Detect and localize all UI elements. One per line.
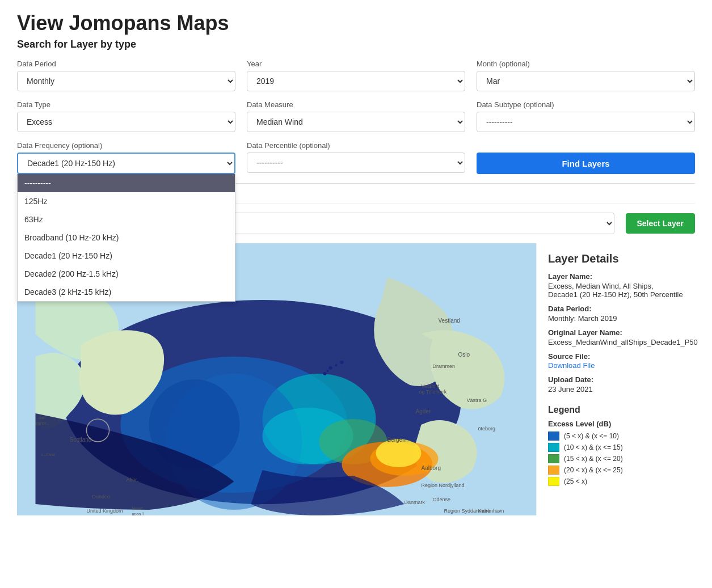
dropdown-item-decade3[interactable]: Decade3 (2 kHz-15 kHz): [18, 283, 235, 301]
data-type-group: Data Type Excess Mean Max: [17, 100, 235, 132]
dropdown-item-empty[interactable]: ----------: [18, 174, 235, 192]
svg-point-36: [335, 364, 338, 366]
legend-title: Legend: [548, 405, 684, 415]
legend-color-5: [548, 477, 559, 486]
legend-label-2: (10 < x) & (x <= 15): [564, 443, 623, 451]
download-file-link[interactable]: Download File: [548, 361, 595, 370]
frequency-dropdown[interactable]: ---------- 125Hz 63Hz Broadband (10 Hz-2…: [17, 174, 235, 302]
svg-point-35: [329, 366, 332, 370]
find-layers-button[interactable]: Find Layers: [477, 153, 695, 174]
year-select[interactable]: 2017 2018 2019 2020 2021: [247, 71, 465, 91]
data-period-detail-value: Monthly: March 2019: [548, 314, 684, 323]
page-title: View Jomopans Maps: [17, 11, 695, 35]
month-select[interactable]: Jan Feb Mar Apr May Jun Jul Aug Sep Oct …: [477, 71, 695, 91]
data-measure-select[interactable]: Median Wind Mean Wind Max Wind: [247, 112, 465, 132]
svg-text:...uan: ...uan: [36, 416, 46, 420]
legend-color-3: [548, 454, 559, 463]
data-measure-group: Data Measure Median Wind Mean Wind Max W…: [247, 100, 465, 132]
svg-text:Agder: Agder: [416, 408, 431, 414]
dropdown-item-decade2[interactable]: Decade2 (200 Hz-1.5 kHz): [18, 265, 235, 283]
legend-section: Legend Excess Level (dB) (5 < x) & (x <=…: [548, 405, 684, 486]
svg-text:Odense: Odense: [433, 497, 451, 502]
data-frequency-select[interactable]: ---------- 125Hz 63Hz Broadband (10 Hz-2…: [17, 153, 235, 174]
svg-text:Newc...: Newc...: [132, 506, 148, 511]
data-period-label: Data Period: [17, 60, 235, 68]
data-period-select[interactable]: Monthly Annual: [17, 71, 235, 91]
upload-date-value: 23 June 2021: [548, 385, 684, 394]
select-layer-button[interactable]: Select Layer: [626, 213, 696, 234]
original-name-value: Excess_MedianWind_allShips_Decade1_P50: [548, 338, 684, 346]
form-row-3: Data Frequency (optional) ---------- 125…: [17, 141, 695, 174]
data-subtype-label: Data Subtype (optional): [477, 100, 695, 109]
svg-text:Västra G: Västra G: [467, 397, 487, 403]
data-percentile-select[interactable]: ---------- p50 p90 p95: [247, 153, 465, 173]
legend-item-3: (15 < x) & (x <= 20): [548, 454, 684, 463]
svg-text:c...tland: c...tland: [41, 452, 56, 456]
svg-text:København: København: [478, 508, 504, 514]
data-subtype-group: Data Subtype (optional) ----------: [477, 100, 695, 132]
data-subtype-select[interactable]: ----------: [477, 112, 695, 132]
upload-date-label: Upload Date:: [548, 375, 684, 384]
svg-text:Bergen: Bergen: [387, 437, 406, 443]
data-percentile-group: Data Percentile (optional) ---------- p5…: [247, 141, 465, 174]
page-subtitle: Search for Layer by type: [17, 39, 695, 50]
layer-name-label: Layer Name:: [548, 272, 684, 281]
svg-text:United Kingdom: United Kingdom: [87, 508, 123, 514]
legend-label-1: (5 < x) & (x <= 10): [564, 432, 619, 440]
legend-color-1: [548, 432, 559, 441]
layer-details-title: Layer Details: [548, 252, 684, 265]
svg-text:öteborg: öteborg: [478, 426, 496, 432]
form-row-2: Data Type Excess Mean Max Data Measure M…: [17, 100, 695, 132]
find-button-group: Find Layers: [477, 141, 695, 174]
svg-text:Aalborg: Aalborg: [422, 465, 441, 471]
svg-text:Oslo: Oslo: [458, 352, 470, 358]
year-label: Year: [247, 60, 465, 68]
dropdown-item-broadband[interactable]: Broadband (10 Hz-20 kHz): [18, 229, 235, 247]
legend-label-3: (15 < x) & (x <= 20): [564, 455, 623, 463]
svg-text:am'Or...: am'Or...: [36, 421, 49, 425]
legend-item-1: (5 < x) & (x <= 10): [548, 432, 684, 441]
legend-label-4: (20 < x) & (x <= 25): [564, 466, 623, 474]
svg-text:Region Nordjylland: Region Nordjylland: [422, 483, 465, 488]
dropdown-item-125hz[interactable]: 125Hz: [18, 192, 235, 210]
source-file-label: Source File:: [548, 352, 684, 361]
year-group: Year 2017 2018 2019 2020 2021: [247, 60, 465, 91]
svg-text:Dundee: Dundee: [92, 494, 111, 500]
data-period-group: Data Period Monthly Annual: [17, 60, 235, 91]
svg-text:Vestfold: Vestfold: [422, 383, 440, 389]
svg-text:Danmark: Danmark: [405, 500, 425, 505]
layer-name-value: Excess, Median Wind, All Ships, Decade1 …: [548, 282, 684, 299]
svg-text:Vestland: Vestland: [439, 318, 460, 324]
data-type-label: Data Type: [17, 100, 235, 109]
legend-color-2: [548, 443, 559, 452]
search-form: Data Period Monthly Annual Year 2017 201…: [17, 60, 695, 174]
data-measure-label: Data Measure: [247, 100, 465, 109]
svg-text:Drammen: Drammen: [433, 363, 456, 369]
form-row-1: Data Period Monthly Annual Year 2017 201…: [17, 60, 695, 91]
month-group: Month (optional) Jan Feb Mar Apr May Jun…: [477, 60, 695, 91]
legend-color-4: [548, 466, 559, 475]
sidebar: Layer Details Layer Name: Excess, Median…: [536, 243, 695, 515]
data-period-detail-label: Data Period:: [548, 304, 684, 313]
svg-text:Scotland: Scotland: [70, 437, 92, 443]
svg-text:Aber...: Aber...: [127, 477, 141, 483]
dropdown-item-63hz[interactable]: 63Hz: [18, 210, 235, 229]
legend-axis-label: Excess Level (dB): [548, 420, 684, 428]
svg-text:og Telemark: og Telemark: [419, 389, 447, 395]
svg-point-37: [340, 361, 344, 364]
page-wrapper: View Jomopans Maps Search for Layer by t…: [0, 0, 712, 527]
data-type-select[interactable]: Excess Mean Max: [17, 112, 235, 132]
legend-item-2: (10 < x) & (x <= 15): [548, 443, 684, 452]
svg-point-10: [376, 439, 422, 467]
original-name-label: Original Layer Name:: [548, 328, 684, 337]
data-frequency-label: Data Frequency (optional): [17, 141, 235, 150]
legend-label-5: (25 < x): [564, 477, 587, 485]
svg-point-38: [327, 370, 329, 372]
svg-point-39: [323, 372, 327, 375]
legend-item-4: (20 < x) & (x <= 25): [548, 466, 684, 475]
svg-text:upon T: upon T: [132, 512, 145, 515]
legend-item-5: (25 < x): [548, 477, 684, 486]
month-label: Month (optional): [477, 60, 695, 68]
dropdown-item-decade1[interactable]: Decade1 (20 Hz-150 Hz): [18, 247, 235, 265]
data-percentile-label: Data Percentile (optional): [247, 141, 465, 150]
